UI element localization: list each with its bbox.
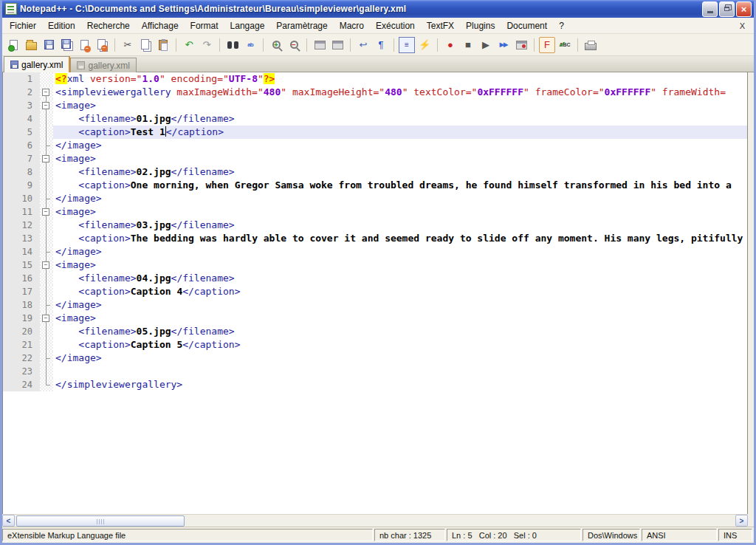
code-text[interactable]: <image> [53, 99, 747, 112]
fold-marker-collapse[interactable]: − [40, 99, 53, 112]
save-icon[interactable] [41, 37, 57, 53]
code-text[interactable]: <image> [53, 152, 747, 165]
editor-line-22[interactable]: 22</image> [3, 352, 747, 365]
show-all-characters-icon[interactable]: ¶ [373, 37, 389, 53]
editor-line-16[interactable]: 16 <filename>04.jpg</filename> [3, 272, 747, 285]
editor-line-8[interactable]: 8 <filename>02.jpg</filename> [3, 165, 747, 179]
menu-item-edition[interactable]: Edition [42, 19, 81, 32]
editor-line-1[interactable]: 1<?xml version="1.0" encoding="UTF-8"?> [3, 72, 747, 86]
code-text[interactable]: <filename>03.jpg</filename> [53, 219, 747, 232]
editor-line-15[interactable]: 15−<image> [3, 258, 747, 272]
menu-item-format[interactable]: Format [185, 19, 224, 32]
undo-icon[interactable]: ↶ [181, 37, 197, 53]
code-text[interactable]: <image> [53, 258, 747, 272]
fold-box-icon[interactable]: − [42, 261, 49, 269]
editor-line-20[interactable]: 20 <filename>05.jpg</filename> [3, 325, 747, 338]
textfx-icon[interactable]: F [539, 37, 555, 53]
menu-item-textfx[interactable]: TextFX [421, 19, 460, 32]
window-1-icon[interactable] [312, 37, 328, 53]
editor-line-19[interactable]: 19−<image> [3, 312, 747, 325]
fold-marker-collapse[interactable]: − [40, 152, 53, 165]
fold-box-icon[interactable]: − [42, 315, 49, 322]
editor-line-11[interactable]: 11−<image> [3, 205, 747, 219]
fold-marker-collapse[interactable]: − [40, 258, 53, 272]
code-text[interactable] [53, 365, 747, 378]
zoom-in-icon[interactable] [268, 37, 284, 53]
close-button[interactable]: × [736, 1, 752, 17]
code-text[interactable]: <simpleviewergallery maxImageWidth="480"… [53, 86, 747, 99]
menu-item-ex-cution[interactable]: Exécution [370, 19, 421, 32]
macro-record-icon[interactable]: ● [442, 37, 458, 53]
code-text[interactable]: <filename>05.jpg</filename> [53, 325, 747, 338]
menu-item-langage[interactable]: Langage [224, 19, 271, 32]
editor-line-12[interactable]: 12 <filename>03.jpg</filename> [3, 219, 747, 232]
editor-line-7[interactable]: 7−<image> [3, 152, 747, 165]
editor-line-14[interactable]: 14</image> [3, 245, 747, 258]
code-text[interactable]: </image> [53, 298, 747, 312]
scrollbar-thumb[interactable] [16, 515, 185, 527]
code-text[interactable]: <caption>Caption 4</caption> [53, 285, 747, 298]
code-text[interactable]: <image> [53, 312, 747, 325]
word-wrap-icon[interactable]: ↩ [355, 37, 371, 53]
menu-item-fichier[interactable]: Fichier [4, 19, 42, 32]
menu-close-x[interactable]: X [737, 21, 748, 30]
cut-icon[interactable]: ✂ [120, 37, 136, 53]
scroll-right-button[interactable]: > [735, 515, 748, 527]
code-text[interactable]: <filename>04.jpg</filename> [53, 272, 747, 285]
editor-line-24[interactable]: 24</simpleviewergallery> [3, 378, 747, 391]
code-text[interactable]: <filename>01.jpg</filename> [53, 112, 747, 126]
copy-icon[interactable] [137, 37, 154, 53]
code-text[interactable]: </image> [53, 139, 747, 152]
close-file-icon[interactable] [76, 37, 92, 53]
code-text[interactable]: </image> [53, 352, 747, 365]
menu-item-param-trage[interactable]: Paramètrage [270, 19, 333, 32]
editor-line-23[interactable]: 23 [3, 365, 747, 378]
menu-item-recherche[interactable]: Recherche [81, 19, 136, 32]
window-2-icon[interactable] [329, 37, 346, 53]
function-completion-icon[interactable]: ⚡ [416, 37, 433, 53]
menu-item-?[interactable]: ? [553, 19, 570, 32]
minimize-button[interactable] [702, 1, 718, 17]
code-text[interactable]: <filename>02.jpg</filename> [53, 165, 747, 179]
code-text[interactable]: <image> [53, 205, 747, 219]
print-icon[interactable] [583, 37, 599, 53]
macro-play-icon[interactable]: ▶ [478, 37, 494, 53]
spell-check-icon[interactable]: ABC [557, 37, 573, 53]
replace-icon[interactable]: ab [242, 37, 258, 53]
editor-line-3[interactable]: 3−<image> [3, 99, 747, 112]
tab-gallery.xml-active[interactable]: gallery.xml [4, 56, 70, 72]
paste-icon[interactable] [155, 37, 171, 53]
zoom-out-icon[interactable] [286, 37, 302, 53]
code-text[interactable]: <caption>Caption 5</caption> [53, 338, 747, 352]
editor-line-21[interactable]: 21 <caption>Caption 5</caption> [3, 338, 747, 352]
editor-line-18[interactable]: 18</image> [3, 298, 747, 312]
editor-line-6[interactable]: 6</image> [3, 139, 747, 152]
indent-guide-icon[interactable]: ≡ [399, 37, 415, 53]
code-text[interactable]: </image> [53, 245, 747, 258]
editor-line-4[interactable]: 4 <filename>01.jpg</filename> [3, 112, 747, 126]
save-all-icon[interactable] [58, 37, 75, 53]
fold-box-icon[interactable]: − [42, 102, 49, 109]
menu-item-document[interactable]: Document [501, 19, 553, 32]
macro-stop-icon[interactable]: ■ [460, 37, 476, 53]
fold-marker-collapse[interactable]: − [40, 312, 53, 325]
menu-item-plugins[interactable]: Plugins [460, 19, 501, 32]
fold-marker-collapse[interactable]: − [40, 86, 53, 99]
code-text[interactable]: <caption>Test 1</caption> [53, 126, 747, 139]
code-text[interactable]: <?xml version="1.0" encoding="UTF-8"?> [53, 72, 747, 86]
editor-line-9[interactable]: 9 <caption>One morning, when Gregor Sams… [3, 179, 747, 192]
fold-box-icon[interactable]: − [42, 89, 49, 96]
editor-line-13[interactable]: 13 <caption>The bedding was hardly able … [3, 232, 747, 245]
macro-save-icon[interactable] [513, 37, 529, 53]
find-icon[interactable] [224, 37, 241, 53]
fold-box-icon[interactable]: − [42, 155, 49, 162]
code-text[interactable]: </simpleviewergallery> [53, 378, 747, 391]
code-text[interactable]: <caption>One morning, when Gregor Samsa … [53, 179, 747, 192]
close-all-icon[interactable] [94, 37, 110, 53]
restore-button[interactable] [719, 1, 735, 17]
code-text[interactable]: </image> [53, 192, 747, 205]
menu-item-affichage[interactable]: Affichage [136, 19, 185, 32]
editor-line-2[interactable]: 2−<simpleviewergallery maxImageWidth="48… [3, 86, 747, 99]
fold-box-icon[interactable]: − [42, 208, 49, 216]
scroll-left-button[interactable]: < [2, 515, 15, 527]
